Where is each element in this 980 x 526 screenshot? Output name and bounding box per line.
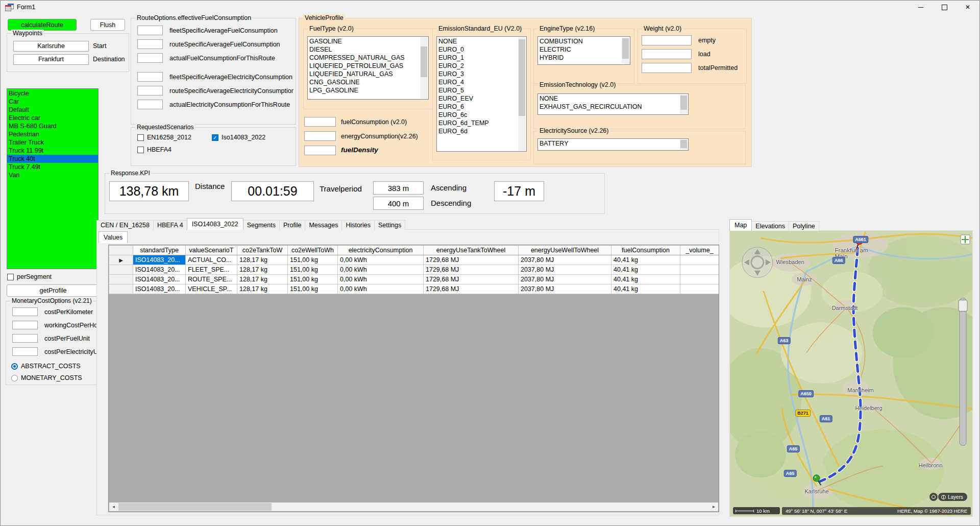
vehicle-listbox[interactable]: BicycleCarDefaultElectric carMB S-680 Gu… [7, 88, 99, 269]
grid-column-header[interactable]: co2eWellToWh [288, 246, 338, 255]
grid-column-header[interactable]: _volume_ [680, 246, 719, 255]
grid-cell[interactable]: ISO14083_20... [133, 275, 186, 284]
fuel-type-item[interactable]: COMPRESSED_NATURAL_GAS [308, 54, 428, 62]
engine-type-item[interactable]: COMBUSTION [538, 37, 630, 45]
abstract-costs-radio-circle[interactable] [11, 363, 18, 370]
grid-cell[interactable] [680, 265, 719, 275]
monetary-costs-radio-circle[interactable] [11, 375, 18, 381]
grid-cell[interactable]: 151,00 kg [288, 275, 338, 284]
grid-cell[interactable]: 2037,80 MJ [519, 265, 611, 275]
grid-cell[interactable]: 128,17 kg [237, 275, 288, 284]
hbefa4-checkbox[interactable]: HBEFA4 [137, 146, 172, 153]
minimize-button[interactable] [909, 1, 933, 14]
maximize-button[interactable] [933, 1, 956, 14]
tab-hbefa-4[interactable]: HBEFA 4 [153, 220, 187, 230]
vehicle-item[interactable]: Truck 7.49t [7, 163, 98, 171]
grid-horizontal-scrollbar[interactable]: ◄ ► [109, 503, 718, 511]
grid-cell[interactable]: 0,00 kWh [338, 265, 424, 275]
calculate-route-button[interactable]: calculateRoute [8, 19, 77, 31]
grid-cell[interactable]: ISO14083_20... [133, 265, 186, 275]
vehicle-item[interactable]: Pedestrian [7, 130, 98, 138]
scroll-left-arrow-icon[interactable]: ◄ [109, 503, 118, 511]
grid-cell[interactable]: 151,00 kg [288, 265, 338, 275]
grid-cell[interactable]: 40,41 kg [611, 284, 680, 294]
flush-button[interactable]: Flush [90, 19, 125, 31]
emission-technology-item[interactable]: NONE [538, 94, 688, 103]
grid-cell[interactable]: 151,00 kg [288, 284, 338, 294]
grid-cell[interactable] [680, 255, 719, 265]
costPerFuelUnit-input[interactable] [12, 334, 38, 343]
fuel-density-input[interactable] [304, 146, 336, 155]
tab-messages[interactable]: Messages [305, 220, 342, 230]
grid-column-header[interactable]: energyUseTankToWheel [424, 246, 519, 255]
grid-cell[interactable]: 2037,80 MJ [519, 255, 611, 265]
grid-cell[interactable]: 128,17 kg [237, 265, 288, 275]
abstract-costs-radio[interactable]: ABSTRACT_COSTS [11, 363, 81, 370]
emission-standard-item[interactable]: EURO_6c [437, 111, 526, 119]
emission-standard-item[interactable]: EURO_2 [437, 62, 526, 70]
grid-cell[interactable]: 151,00 kg [288, 255, 338, 265]
load-input[interactable] [642, 49, 692, 59]
emission-standard-item[interactable]: EURO_6d_TEMP [437, 119, 526, 127]
engine-type-scrollbar[interactable] [622, 37, 629, 64]
tab-settings[interactable]: Settings [374, 220, 405, 230]
vehicle-item[interactable]: MB S-680 Guard [7, 122, 98, 130]
vehicle-item[interactable]: Default [7, 106, 98, 114]
tab-cen-en-16258[interactable]: CEN / EN_16258 [96, 220, 154, 230]
grid-cell[interactable]: ACTUAL_CO... [186, 255, 237, 265]
tab-values[interactable]: Values [99, 231, 128, 243]
close-button[interactable]: ✕ [956, 1, 979, 14]
emission-standard-item[interactable]: EURO_6 [437, 103, 526, 111]
emission-standard-item[interactable]: EURO_4 [437, 78, 526, 86]
grid-hscroll-thumb[interactable] [118, 503, 272, 511]
grid-row-header[interactable] [109, 265, 133, 275]
workingCostPerHour-input[interactable] [12, 321, 38, 329]
grid-cell[interactable]: 1729,68 MJ [424, 265, 519, 275]
grid-column-header[interactable]: standardType [133, 246, 186, 255]
grid-cell[interactable]: ISO14083_20... [133, 255, 186, 265]
grid-cell[interactable]: ISO14083_20... [133, 284, 186, 294]
map-view[interactable]: Frankfurt am MainWiesbadenMainzDarmstadt… [729, 230, 973, 517]
en16258-checkbox[interactable]: EN16258_2012 [137, 134, 191, 141]
grid-row-header[interactable] [109, 284, 133, 294]
grid-column-header[interactable]: electricityConsumption [338, 246, 424, 255]
start-input[interactable]: Karlsruhe [13, 41, 89, 52]
engine-type-item[interactable]: HYBRID [538, 54, 630, 62]
scroll-right-arrow-icon[interactable]: ► [709, 503, 718, 511]
fuel-type-scrollbar[interactable] [420, 37, 428, 99]
grid-cell[interactable]: 40,41 kg [611, 265, 680, 275]
locate-button[interactable] [929, 493, 938, 501]
per-segment-box[interactable] [7, 274, 14, 280]
emission-technology-scrollbar[interactable] [680, 94, 688, 114]
grid-cell[interactable]: 2037,80 MJ [519, 275, 611, 284]
vehicle-item[interactable]: Truck 40t [7, 155, 98, 163]
layers-button[interactable]: Layers [938, 493, 967, 501]
grid-column-header[interactable]: fuelConsumption [611, 246, 680, 255]
actualElectricityConsumptionForThisRoute-input[interactable] [137, 100, 163, 109]
iso14083-checkbox[interactable]: Iso14083_2022 [212, 134, 265, 141]
emission-standard-item[interactable]: EURO_5 [437, 86, 526, 94]
grid-cell[interactable]: ROUTE_SPE... [186, 275, 237, 284]
vehicle-item[interactable]: Car [7, 98, 98, 106]
per-segment-checkbox[interactable]: perSegment [7, 273, 52, 280]
electricity-source-listbox[interactable]: BATTERY [537, 138, 689, 151]
emission-standard-item[interactable]: EURO_0 [437, 45, 526, 54]
tab-polyline[interactable]: Polyline [789, 221, 819, 231]
costPerKilometer-input[interactable] [12, 307, 38, 316]
grid-cell[interactable]: 1729,68 MJ [424, 255, 519, 265]
grid-cell[interactable]: 40,41 kg [611, 275, 680, 284]
fuel-type-item[interactable]: CNG_GASOLINE [308, 78, 428, 86]
grid-cell[interactable]: 0,00 kWh [338, 284, 424, 294]
grid-cell[interactable] [680, 284, 719, 294]
vehicle-item[interactable]: Van [7, 171, 98, 179]
grid-column-header[interactable]: valueScenarioT [186, 246, 237, 255]
destination-input[interactable]: Frankfurt [13, 54, 89, 65]
grid-row-header[interactable] [109, 275, 133, 284]
fuel-type-item[interactable]: LIQUEFIED_NATURAL_GAS [308, 70, 428, 78]
grid-row-header[interactable]: ▶ [109, 255, 133, 265]
fleetSpecificAverageElectricityConsumption-input[interactable] [137, 72, 163, 82]
emission-standard-listbox[interactable]: NONEEURO_0EURO_1EURO_2EURO_3EURO_4EURO_5… [436, 36, 527, 152]
en16258-box[interactable] [137, 134, 144, 141]
grid-cell[interactable]: FLEET_SPE... [186, 265, 237, 275]
grid-corner[interactable] [109, 246, 133, 255]
